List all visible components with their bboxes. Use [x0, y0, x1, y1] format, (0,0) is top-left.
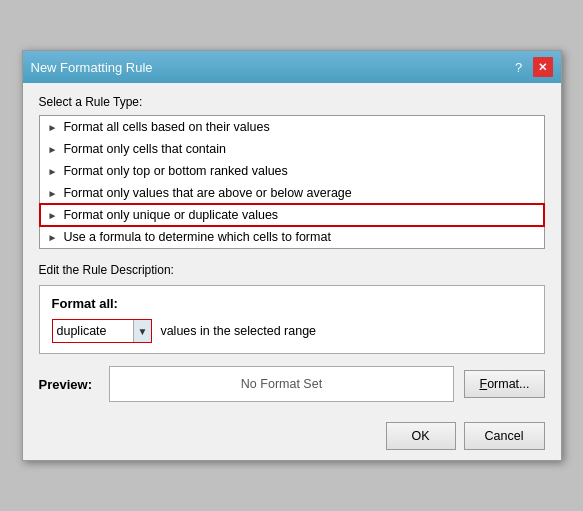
rule-item-all-cells[interactable]: ► Format all cells based on their values: [40, 116, 544, 138]
button-row: OK Cancel: [23, 414, 561, 460]
rule-item-unique-duplicate[interactable]: ► Format only unique or duplicate values: [40, 204, 544, 226]
rule-item-above-below[interactable]: ► Format only values that are above or b…: [40, 182, 544, 204]
arrow-icon-3: ►: [48, 166, 58, 177]
rule-type-list: ► Format all cells based on their values…: [39, 115, 545, 249]
rule-item-above-below-label: Format only values that are above or bel…: [63, 186, 351, 200]
arrow-icon-4: ►: [48, 188, 58, 199]
close-button[interactable]: ✕: [533, 57, 553, 77]
format-button[interactable]: Format...: [464, 370, 544, 398]
cancel-button[interactable]: Cancel: [464, 422, 545, 450]
rule-item-top-bottom-label: Format only top or bottom ranked values: [63, 164, 287, 178]
dialog-title: New Formatting Rule: [31, 60, 153, 75]
rule-item-top-bottom[interactable]: ► Format only top or bottom ranked value…: [40, 160, 544, 182]
edit-description-box: Format all: duplicate unique ▼ values in…: [39, 285, 545, 354]
duplicate-dropdown-container: duplicate unique ▼: [52, 319, 153, 343]
rule-item-cells-contain-label: Format only cells that contain: [63, 142, 226, 156]
arrow-icon-1: ►: [48, 122, 58, 133]
arrow-icon-5: ►: [48, 210, 58, 221]
rule-item-cells-contain[interactable]: ► Format only cells that contain: [40, 138, 544, 160]
arrow-icon-2: ►: [48, 144, 58, 155]
dropdown-arrow-button[interactable]: ▼: [133, 320, 152, 342]
rule-item-formula-label: Use a formula to determine which cells t…: [63, 230, 330, 244]
edit-section-label: Edit the Rule Description:: [39, 263, 545, 277]
title-bar: New Formatting Rule ? ✕: [23, 51, 561, 83]
values-in-range-text: values in the selected range: [160, 324, 316, 338]
rule-item-unique-duplicate-label: Format only unique or duplicate values: [63, 208, 278, 222]
rule-item-all-cells-label: Format all cells based on their values: [63, 120, 269, 134]
dialog-body: Select a Rule Type: ► Format all cells b…: [23, 83, 561, 414]
preview-text: No Format Set: [241, 377, 322, 391]
preview-box: No Format Set: [109, 366, 455, 402]
ok-button[interactable]: OK: [386, 422, 456, 450]
help-button[interactable]: ?: [509, 57, 529, 77]
dialog: New Formatting Rule ? ✕ Select a Rule Ty…: [22, 50, 562, 461]
title-bar-left: New Formatting Rule: [31, 60, 153, 75]
format-all-label: Format all:: [52, 296, 532, 311]
rule-item-formula[interactable]: ► Use a formula to determine which cells…: [40, 226, 544, 248]
format-row: duplicate unique ▼ values in the selecte…: [52, 319, 532, 343]
preview-row: Preview: No Format Set Format...: [39, 366, 545, 402]
arrow-icon-6: ►: [48, 232, 58, 243]
preview-label: Preview:: [39, 377, 99, 392]
duplicate-select[interactable]: duplicate unique: [53, 322, 133, 340]
title-bar-buttons: ? ✕: [509, 57, 553, 77]
format-button-label: Format...: [479, 377, 529, 391]
rule-type-section-label: Select a Rule Type:: [39, 95, 545, 109]
